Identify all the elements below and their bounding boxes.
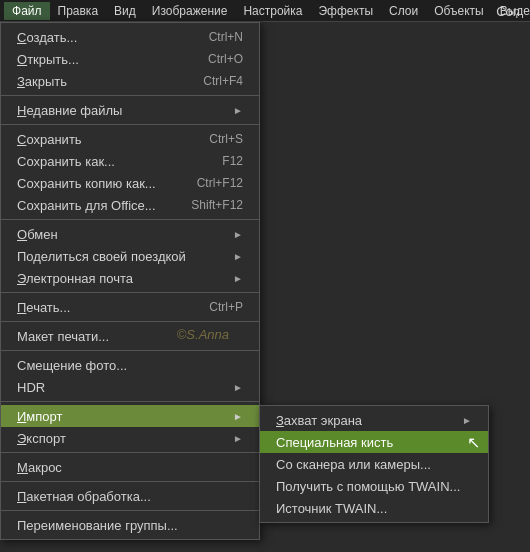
menu-item-recent[interactable]: Недавние файлы ►	[1, 99, 259, 121]
file-menu: Создать... Ctrl+N Открыть... Ctrl+O Закр…	[0, 22, 260, 540]
separator-9	[1, 481, 259, 482]
menu-item-export[interactable]: Экспорт ►	[1, 427, 259, 449]
menu-item-photomerge[interactable]: Смещение фото...	[1, 354, 259, 376]
separator-1	[1, 95, 259, 96]
separator-4	[1, 292, 259, 293]
separator-10	[1, 510, 259, 511]
menu-item-import[interactable]: Импорт ► Захват экрана ► Специальная кис…	[1, 405, 259, 427]
menu-item-open[interactable]: Открыть... Ctrl+O	[1, 48, 259, 70]
separator-3	[1, 219, 259, 220]
submenu-item-capture[interactable]: Захват экрана ►	[260, 409, 488, 431]
top-right-label: Con	[496, 4, 520, 19]
separator-7	[1, 401, 259, 402]
menu-item-print[interactable]: Печать... Ctrl+P	[1, 296, 259, 318]
menu-item-close[interactable]: Закрыть Ctrl+F4	[1, 70, 259, 92]
menubar-view[interactable]: Вид	[106, 2, 144, 20]
submenu-item-scanner[interactable]: Со сканера или камеры...	[260, 453, 488, 475]
cursor-icon: ↖	[467, 433, 480, 452]
menu-item-saveoffice[interactable]: Сохранить для Office... Shift+F12	[1, 194, 259, 216]
submenu-item-twain-source[interactable]: Источник TWAIN...	[260, 497, 488, 519]
menu-item-save[interactable]: Сохранить Ctrl+S	[1, 128, 259, 150]
dropdown-overlay: Создать... Ctrl+N Открыть... Ctrl+O Закр…	[0, 22, 260, 540]
menu-item-macro[interactable]: Макрос	[1, 456, 259, 478]
menu-item-savecopy[interactable]: Сохранить копию как... Ctrl+F12	[1, 172, 259, 194]
menubar-image[interactable]: Изображение	[144, 2, 236, 20]
menubar-edit[interactable]: Правка	[50, 2, 107, 20]
menubar: Файл Правка Вид Изображение Настройка Эф…	[0, 0, 530, 22]
menu-item-batch[interactable]: Пакетная обработка...	[1, 485, 259, 507]
separator-5	[1, 321, 259, 322]
menu-item-saveas[interactable]: Сохранить как... F12	[1, 150, 259, 172]
menubar-objects[interactable]: Объекты	[426, 2, 492, 20]
submenu-item-twain-get[interactable]: Получить с помощью TWAIN...	[260, 475, 488, 497]
menu-item-hdr[interactable]: HDR ►	[1, 376, 259, 398]
import-submenu: Захват экрана ► Специальная кисть ↖ Со с…	[259, 405, 489, 523]
menu-item-printlayout[interactable]: Макет печати... ©S.Anna	[1, 325, 259, 347]
menubar-file[interactable]: Файл	[4, 2, 50, 20]
menubar-settings[interactable]: Настройка	[235, 2, 310, 20]
separator-8	[1, 452, 259, 453]
menu-item-rename[interactable]: Переименование группы...	[1, 514, 259, 536]
menu-item-exchange[interactable]: Обмен ►	[1, 223, 259, 245]
separator-6	[1, 350, 259, 351]
menu-item-email[interactable]: Электронная почта ►	[1, 267, 259, 289]
menu-item-share[interactable]: Поделиться своей поездкой ►	[1, 245, 259, 267]
menu-item-new[interactable]: Создать... Ctrl+N	[1, 26, 259, 48]
menubar-effects[interactable]: Эффекты	[310, 2, 381, 20]
menubar-layers[interactable]: Слои	[381, 2, 426, 20]
separator-2	[1, 124, 259, 125]
submenu-item-special-brush[interactable]: Специальная кисть ↖	[260, 431, 488, 453]
